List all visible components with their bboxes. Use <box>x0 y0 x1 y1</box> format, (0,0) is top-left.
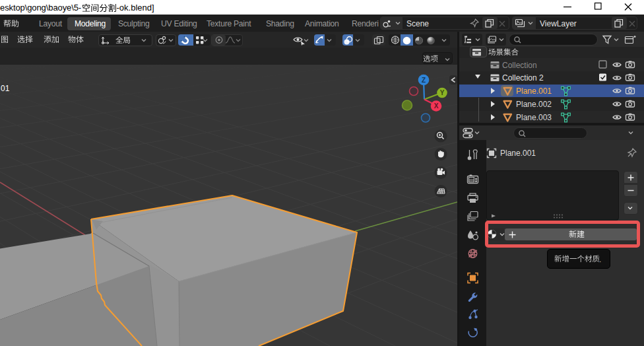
svg-text:Y: Y <box>440 89 445 96</box>
svg-text:X: X <box>434 102 439 110</box>
svg-text:01: 01 <box>1 84 10 93</box>
svg-text:Z: Z <box>422 77 426 84</box>
